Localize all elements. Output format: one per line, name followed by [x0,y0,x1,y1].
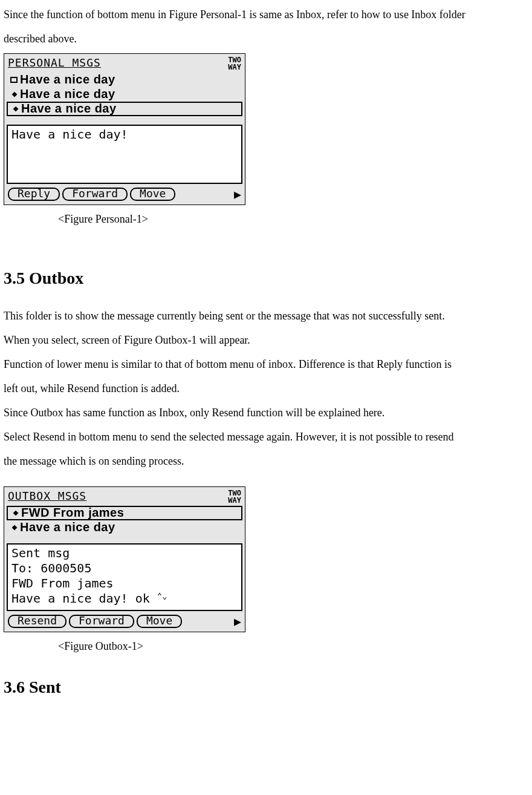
list-item-label: Have a nice day [20,72,115,87]
more-arrow-icon[interactable]: ▶ [234,615,241,627]
forward-button[interactable]: Forward [69,615,134,628]
list-item-label: Have a nice day [20,520,115,535]
intro-line: Since the function of bottom menu in Fig… [4,4,528,25]
list-item[interactable]: Have a nice day [7,73,242,87]
more-arrow-icon[interactable]: ▶ [234,188,241,200]
figure-personal-1: PERSONAL MSGS TWOWAY Have a nice day ◆ H… [4,53,245,205]
list-item-label: FWD From james [21,505,124,520]
list-item[interactable]: ◆ Have a nice day [7,520,242,535]
two-way-badge: TWOWAY [228,489,242,504]
body-text: the message which is on sending process. [4,450,528,472]
body-text: Select Resend in bottom menu to send the… [4,426,528,448]
body-text: left out, while Resend function is added… [4,378,528,399]
body-text: When you select, screen of Figure Outbox… [4,329,528,351]
message-list: ◆ FWD From james ◆ Have a nice day [7,506,242,535]
list-item-label: Have a nice day [21,101,117,116]
message-preview: Have a nice day! [7,125,242,184]
bottom-menu: Resend Forward Move ▶ [7,615,242,628]
two-way-badge: TWOWAY [228,56,242,71]
section-heading-sent: 3.6 Sent [4,670,528,704]
forward-button[interactable]: Forward [62,188,128,201]
screen-title: OUTBOX MSGS [7,489,90,505]
message-preview: Sent msg To: 6000505 FWD From james Have… [7,543,242,611]
list-item-selected[interactable]: ◆ Have a nice day [7,102,242,116]
figure-caption: <Figure Outbox-1> [58,635,528,659]
section-heading-outbox: 3.5 Outbox [4,261,528,295]
figure-caption: <Figure Personal-1> [58,208,528,232]
move-button[interactable]: Move [130,188,175,201]
diamond-icon: ◆ [9,523,20,532]
diamond-icon: ◆ [10,104,21,113]
reply-button[interactable]: Reply [8,188,60,201]
scroll-indicator-icon: ⌃⌄ [157,591,167,602]
body-text: Function of lower menu is similar to tha… [4,353,528,375]
resend-button[interactable]: Resend [8,615,66,628]
bottom-menu: Reply Forward Move ▶ [7,188,242,201]
body-text: This folder is to show the message curre… [4,305,528,327]
diamond-icon: ◆ [9,90,20,99]
list-item-label: Have a nice day [20,87,115,102]
unread-icon [10,77,18,83]
intro-line: described above. [4,28,528,50]
body-text: Since Outbox has same function as Inbox,… [4,402,528,424]
diamond-icon: ◆ [10,508,21,517]
figure-outbox-1: OUTBOX MSGS TWOWAY ◆ FWD From james ◆ Ha… [4,486,245,632]
list-item-selected[interactable]: ◆ FWD From james [7,506,242,520]
list-item[interactable]: ◆ Have a nice day [7,87,242,102]
move-button[interactable]: Move [137,615,182,628]
message-list: Have a nice day ◆ Have a nice day ◆ Have… [7,73,242,116]
screen-title: PERSONAL MSGS [7,56,105,71]
